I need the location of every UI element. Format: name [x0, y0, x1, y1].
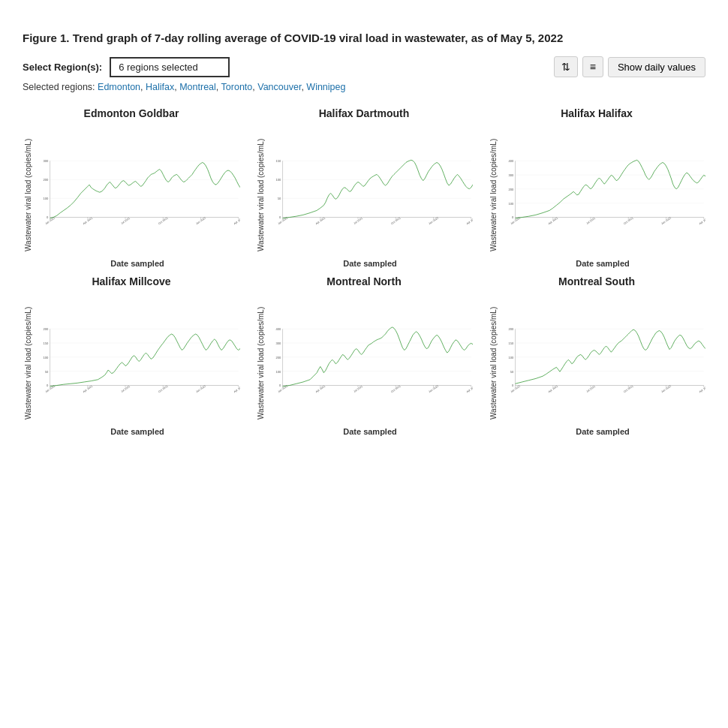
chart-halifax-dartmouth: Halifax DartmouthWastewater viral load (…	[255, 107, 473, 268]
svg-text:200: 200	[43, 178, 49, 182]
svg-text:200: 200	[43, 327, 49, 331]
chart-svg-montreal-north: 4003002001000Jan 2021Apr 2021Jul 2021Oct…	[267, 290, 473, 426]
chart-svg-halifax-halifax: 4003002001000Jan 2021Apr 2021Jul 2021Oct…	[500, 122, 705, 257]
region-link-vancouver[interactable]: Vancouver	[257, 82, 301, 92]
chart-halifax-halifax: Halifax HalifaxWastewater viral load (co…	[488, 107, 705, 268]
svg-text:150: 150	[508, 341, 514, 345]
x-axis-label-halifax-millcove: Date sampled	[35, 427, 240, 436]
x-axis-label-halifax-dartmouth: Date sampled	[267, 259, 473, 268]
svg-text:100: 100	[508, 202, 514, 206]
svg-text:50: 50	[45, 370, 49, 374]
chart-edmonton-goldbar: Edmonton GoldbarWastewater viral load (c…	[23, 107, 240, 268]
x-axis-label-montreal-south: Date sampled	[500, 427, 705, 436]
charts-grid: Edmonton GoldbarWastewater viral load (c…	[23, 107, 705, 436]
svg-text:400: 400	[275, 327, 281, 331]
svg-text:200: 200	[275, 356, 281, 359]
svg-rect-23	[267, 158, 473, 223]
svg-text:400: 400	[508, 159, 514, 163]
chart-svg-edmonton-goldbar: 3002001000Jan 2021Apr 2021Jul 2021Oct 20…	[35, 122, 240, 257]
menu-button[interactable]: ≡	[582, 56, 603, 77]
region-link-halifax[interactable]: Halifax	[146, 82, 174, 92]
chart-svg-halifax-millcove: 200150100500Jan 2021Apr 2021Jul 2021Oct …	[35, 290, 240, 426]
svg-rect-0	[35, 158, 240, 223]
svg-text:100: 100	[275, 178, 281, 182]
svg-text:300: 300	[508, 173, 514, 177]
chart-title-halifax-dartmouth: Halifax Dartmouth	[319, 107, 410, 119]
chart-title-halifax-millcove: Halifax Millcove	[92, 275, 170, 287]
region-link-winnipeg[interactable]: Winnipeg	[306, 82, 345, 92]
region-link-edmonton[interactable]: Edmonton	[98, 82, 140, 92]
svg-text:150: 150	[43, 341, 49, 345]
region-select-box[interactable]: 6 regions selected	[110, 57, 230, 77]
svg-text:150: 150	[275, 159, 281, 163]
chart-title-montreal-south: Montreal South	[558, 275, 635, 287]
chart-svg-montreal-south: 200150100500Jan 2021Apr 2021Jul 2021Oct …	[500, 290, 705, 426]
y-axis-label-montreal-south: Wastewater viral load (copies/mL)	[488, 290, 500, 436]
svg-rect-96	[267, 326, 473, 391]
svg-rect-46	[500, 158, 705, 223]
chart-montreal-south: Montreal SouthWastewater viral load (cop…	[488, 275, 705, 436]
region-link-toronto[interactable]: Toronto	[221, 82, 253, 92]
svg-text:200: 200	[508, 188, 514, 191]
chart-svg-halifax-dartmouth: 150100500Jan 2021Apr 2021Jul 2021Oct 202…	[267, 122, 473, 257]
svg-text:200: 200	[508, 327, 514, 331]
svg-text:100: 100	[43, 356, 49, 359]
svg-text:50: 50	[278, 197, 281, 200]
svg-rect-71	[35, 326, 240, 391]
svg-text:50: 50	[510, 370, 514, 374]
x-axis-label-montreal-north: Date sampled	[267, 427, 473, 436]
chart-title-halifax-halifax: Halifax Halifax	[561, 107, 633, 119]
chart-title-montreal-north: Montreal North	[326, 275, 402, 287]
chart-halifax-millcove: Halifax MillcoveWastewater viral load (c…	[23, 275, 240, 436]
chart-title-edmonton-goldbar: Edmonton Goldbar	[84, 107, 179, 119]
x-axis-label-edmonton-goldbar: Date sampled	[35, 259, 240, 268]
y-axis-label-halifax-millcove: Wastewater viral load (copies/mL)	[23, 290, 35, 436]
y-axis-label-halifax-halifax: Wastewater viral load (copies/mL)	[488, 122, 500, 268]
y-axis-label-edmonton-goldbar: Wastewater viral load (copies/mL)	[23, 122, 35, 268]
chart-montreal-north: Montreal NorthWastewater viral load (cop…	[255, 275, 473, 436]
svg-text:300: 300	[275, 341, 281, 345]
x-axis-label-halifax-halifax: Date sampled	[500, 259, 705, 268]
svg-text:100: 100	[275, 370, 281, 374]
y-axis-label-halifax-dartmouth: Wastewater viral load (copies/mL)	[255, 122, 267, 268]
show-daily-button[interactable]: Show daily values	[608, 57, 705, 77]
page-title: Figure 1. Trend graph of 7-day rolling a…	[23, 30, 705, 46]
sort-button[interactable]: ⇅	[554, 56, 578, 77]
select-region-label: Select Region(s):	[23, 62, 102, 73]
svg-rect-121	[500, 326, 705, 391]
region-link-montreal[interactable]: Montreal	[179, 82, 216, 92]
selected-regions-row: Selected regions: Edmonton, Halifax, Mon…	[23, 82, 705, 92]
svg-text:100: 100	[43, 197, 49, 200]
svg-text:100: 100	[508, 356, 514, 359]
svg-text:300: 300	[43, 159, 49, 163]
y-axis-label-montreal-north: Wastewater viral load (copies/mL)	[255, 290, 267, 436]
